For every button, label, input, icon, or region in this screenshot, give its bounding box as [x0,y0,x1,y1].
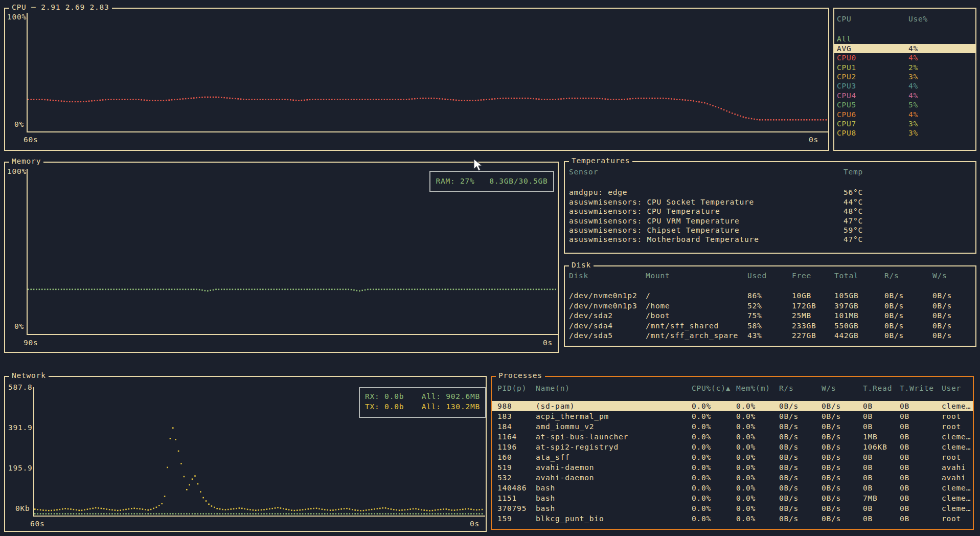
process-total-read: 0B [863,483,873,493]
cpu-legend-row-value: 3% [908,119,918,128]
cpu-legend-row[interactable]: CPU3 4% [834,81,975,91]
process-total-read: 1MB [863,432,878,442]
process-row[interactable]: 1164 at-spi-bus-launcher 0.0% 0.0% 0B/s … [492,432,973,442]
processes-header[interactable]: PID(p) Name(n) CPU%(c)▲ Mem%(m) R/s W/s … [492,383,973,393]
processes-col-name[interactable]: Name(n) [536,383,570,393]
processes-col-mem[interactable]: Mem%(m) [736,383,770,393]
disk-header[interactable]: Disk Mount Used Free Total R/s W/s [565,271,975,281]
process-row[interactable]: 159 blkcg_punt_bio 0.0% 0.0% 0B/s 0B/s 0… [492,513,973,524]
temperatures-panel[interactable]: Temperatures Sensor Temp amdgpu: edge 56… [564,161,976,254]
temperatures-header[interactable]: Sensor Temp [565,167,975,176]
processes-col-pid[interactable]: PID(p) [497,383,527,393]
btm-system-monitor: { "colors": { "background": "#1b202c", "… [0,0,980,536]
process-read-rate: 0B/s [779,401,799,411]
process-name: (sd-pam) [536,401,575,411]
disk-col-disk[interactable]: Disk [569,271,588,281]
disk-free: 227GB [792,331,816,341]
cpu-x-left-label: 60s [24,136,38,144]
process-cpu: 0.0% [692,432,711,442]
disk-col-ws[interactable]: W/s [932,271,947,281]
process-row[interactable]: 988 (sd-pam) 0.0% 0.0% 0B/s 0B/s 0B 0B c… [492,401,973,411]
disk-free: 25MB [792,311,811,321]
cpu-legend-row[interactable]: CPU6 4% [834,110,975,119]
process-mem: 0.0% [736,513,756,524]
process-row[interactable]: 370795 bash 0.0% 0.0% 0B/s 0B/s 0B 0B cl… [492,503,973,513]
cpu-legend-panel[interactable]: CPU Use% All AVG 4% CPU0 4% CPU1 2% [833,8,976,151]
processes-panel[interactable]: Processes PID(p) Name(n) CPU%(c)▲ Mem%(m… [491,376,974,530]
process-total-read: 7MB [863,493,878,503]
disk-row[interactable]: /dev/nvme0n1p2 / 86% 10GB 105GB 0B/s 0B/… [565,291,975,301]
disk-row[interactable]: /dev/sda5 /mnt/sff_arch_spare 43% 227GB … [565,331,975,341]
cpu-legend-row[interactable]: CPU7 3% [834,119,975,128]
memory-x-left-label: 90s [24,339,38,347]
temperature-row[interactable]: asuswmisensors: CPU Temperature 48°C [565,207,975,216]
processes-col-user[interactable]: User [942,383,961,393]
cpu-y-max-label: 100% [7,13,27,21]
disk-panel[interactable]: Disk Disk Mount Used Free Total R/s W/s … [564,265,976,347]
memory-panel[interactable]: Memory 100% 0% 90s 0s RAM: 27% 8.3GB/30.… [4,162,559,353]
disk-device: /dev/nvme0n1p3 [569,301,637,311]
cpu-legend-row[interactable]: AVG 4% [834,44,975,53]
disk-row[interactable]: /dev/sda2 /boot 75% 25MB 101MB 0B/s 0B/s [565,311,975,321]
cpu-legend-row[interactable]: CPU5 5% [834,100,975,109]
process-read-rate: 0B/s [779,421,799,432]
process-write-rate: 0B/s [822,513,841,524]
cpu-legend-row[interactable]: CPU1 2% [834,63,975,72]
temperature-row[interactable]: asuswmisensors: CPU Socket Temperature 4… [565,197,975,207]
temperature-row[interactable]: asuswmisensors: Chipset Temperature 59°C [565,226,975,235]
process-row[interactable]: 183 acpi_thermal_pm 0.0% 0.0% 0B/s 0B/s … [492,411,973,421]
disk-col-used[interactable]: Used [747,271,767,281]
temperatures-col-sensor[interactable]: Sensor [569,167,598,176]
processes-col-cpu[interactable]: CPU%(c)▲ [692,383,731,393]
temperature-row[interactable]: amdgpu: edge 56°C [565,188,975,197]
disk-col-total[interactable]: Total [834,271,859,281]
temperatures-col-temp[interactable]: Temp [844,167,863,176]
network-panel[interactable]: Network 587.8 391.9 195.9 0Kb 60s 0s RX:… [4,376,487,532]
temperature-row[interactable]: asuswmisensors: Motherboard Temperature … [565,235,975,244]
process-row[interactable]: 140486 bash 0.0% 0.0% 0B/s 0B/s 0B 0B cl… [492,483,973,493]
process-user: cleme… [942,503,971,513]
disk-col-rs[interactable]: R/s [884,271,899,281]
process-row[interactable]: 532 avahi-daemon 0.0% 0.0% 0B/s 0B/s 0B … [492,473,973,483]
process-cpu: 0.0% [692,483,711,493]
processes-col-rs[interactable]: R/s [779,383,794,393]
cpu-legend-row[interactable]: All [834,34,975,43]
disk-used: 86% [747,291,762,301]
process-row[interactable]: 1151 bash 0.0% 0.0% 0B/s 0B/s 7MB 0B cle… [492,493,973,503]
processes-col-twrite[interactable]: T.Write [900,383,934,393]
disk-read-rate: 0B/s [884,301,904,311]
process-row[interactable]: 160 ata_sff 0.0% 0.0% 0B/s 0B/s 0B 0B ro… [492,452,973,462]
cpu-panel[interactable]: CPU ─ 2.91 2.69 2.83 100% 0% 60s 0s [4,8,829,151]
process-cpu: 0.0% [692,503,711,513]
process-row[interactable]: 1196 at-spi2-registryd 0.0% 0.0% 0B/s 0B… [492,442,973,452]
processes-col-tread[interactable]: T.Read [863,383,892,393]
processes-col-ws[interactable]: W/s [822,383,836,393]
disk-row[interactable]: /dev/nvme0n1p3 /home 52% 172GB 397GB 0B/… [565,301,975,311]
temperature-sensor: asuswmisensors: CPU Socket Temperature [569,197,754,207]
cpu-legend-header[interactable]: CPU Use% [834,14,975,24]
cpu-legend-col-use[interactable]: Use% [908,14,928,24]
process-total-write: 0B [900,401,909,411]
process-row[interactable]: 519 avahi-daemon 0.0% 0.0% 0B/s 0B/s 0B … [492,462,973,473]
cpu-plot-area [27,13,828,132]
cpu-x-right-label: 0s [809,136,818,144]
cpu-legend-row[interactable]: CPU4 4% [834,91,975,100]
disk-col-free[interactable]: Free [792,271,811,281]
ram-usage-text: RAM: 27% 8.3GB/30.5GB [436,177,548,185]
process-read-rate: 0B/s [779,411,799,421]
process-total-read: 0B [863,452,873,462]
memory-plot-area [27,169,558,335]
disk-row[interactable]: /dev/sda4 /mnt/sff_shared 58% 233GB 550G… [565,321,975,331]
cpu-legend-row[interactable]: CPU8 3% [834,128,975,138]
cpu-legend-row[interactable]: CPU0 4% [834,53,975,62]
disk-mount: /boot [646,311,670,321]
disk-write-rate: 0B/s [932,311,952,321]
process-user: root [942,411,961,421]
disk-col-mount[interactable]: Mount [646,271,670,281]
process-pid: 1164 [497,432,517,442]
cpu-legend-col-cpu[interactable]: CPU [837,14,852,24]
cpu-legend-row[interactable]: CPU2 3% [834,72,975,81]
process-row[interactable]: 184 amd_iommu_v2 0.0% 0.0% 0B/s 0B/s 0B … [492,421,973,432]
process-write-rate: 0B/s [822,411,841,421]
temperature-row[interactable]: asuswmisensors: CPU VRM Temperature 47°C [565,216,975,226]
